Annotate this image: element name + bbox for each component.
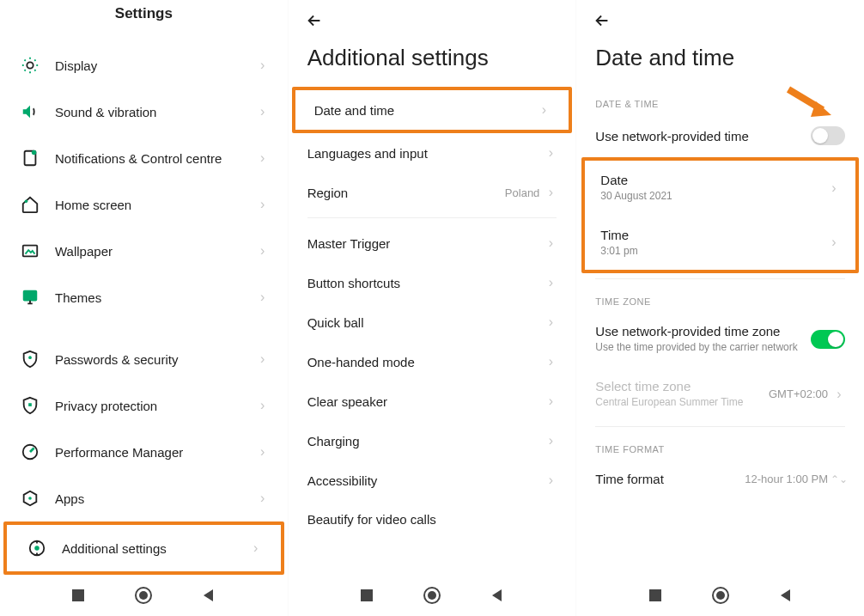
back-button[interactable] [304,10,325,31]
chevron-right-icon: › [828,180,840,196]
notification-icon [19,147,41,169]
row-themes[interactable]: Themes › [0,274,288,320]
row-passwords[interactable]: Passwords & security › [0,336,288,382]
row-apps[interactable]: Apps › [0,475,288,521]
chevron-right-icon: › [257,290,269,305]
section-timezone: TIME ZONE [576,284,864,312]
privacy-icon [19,394,41,417]
row-one-handed[interactable]: One-handed mode › [289,342,576,381]
settings-icon [26,537,48,559]
row-time[interactable]: Time 3:01 pm › [585,216,855,271]
android-navbar [0,575,288,616]
chevron-right-icon: › [833,387,845,402]
chevron-right-icon: › [545,433,557,448]
chevron-right-icon: › [545,185,557,200]
chevron-right-icon: › [545,145,557,161]
updown-icon: ⌃⌄ [833,473,845,485]
settings-list: Display › Sound & vibration › Notificati… [0,34,288,575]
display-icon [19,54,41,76]
chevron-right-icon: › [257,104,269,119]
row-time-format[interactable]: Time format 12-hour 1:00 PM ⌃⌄ [576,460,864,498]
chevron-right-icon: › [257,150,269,166]
row-display[interactable]: Display › [0,42,288,88]
nav-recent-button[interactable] [642,582,668,608]
divider [307,217,557,218]
additional-list: Date and time › Languages and input › Re… [289,87,576,575]
toggle-network-time[interactable] [811,126,845,145]
sound-icon [19,101,41,123]
row-clear-speaker[interactable]: Clear speaker › [289,381,576,421]
nav-recent-button[interactable] [354,582,380,608]
svg-point-11 [34,546,40,551]
row-wallpaper[interactable]: Wallpaper › [0,228,288,274]
row-charging[interactable]: Charging › [289,421,576,460]
screen-date-time: Date and time DATE & TIME Use network-pr… [575,0,864,616]
chevron-right-icon: › [538,102,550,118]
svg-rect-12 [72,589,84,601]
chevron-right-icon: › [545,393,557,409]
back-button[interactable] [592,10,612,31]
chevron-right-icon: › [828,235,840,250]
svg-point-2 [32,150,37,156]
row-home-screen[interactable]: Home screen › [0,181,288,228]
row-performance[interactable]: Performance Manager › [0,429,288,475]
nav-home-button[interactable] [131,582,156,608]
svg-point-6 [28,356,32,359]
toggle-network-tz[interactable] [811,330,845,349]
chevron-right-icon: › [545,354,557,369]
screen-additional-settings: Additional settings Date and time › Lang… [288,0,576,616]
chevron-right-icon: › [257,243,269,259]
row-quick-ball[interactable]: Quick ball › [289,302,576,342]
svg-point-17 [428,591,436,600]
row-privacy[interactable]: Privacy protection › [0,382,288,429]
section-datetime: DATE & TIME [576,87,864,114]
nav-recent-button[interactable] [65,582,91,608]
row-accessibility[interactable]: Accessibility › [289,460,576,500]
row-beautify[interactable]: Beautify for video calls [289,500,576,539]
nav-home-button[interactable] [708,582,733,608]
row-region[interactable]: Region Poland › [289,173,576,212]
nav-home-button[interactable] [419,582,445,608]
apps-icon [19,487,41,509]
chevron-right-icon: › [545,235,557,251]
svg-point-9 [28,497,32,500]
nav-back-button[interactable] [773,582,799,608]
chevron-right-icon: › [257,351,269,367]
svg-point-14 [139,591,148,600]
highlight-date-time-group: Date 30 August 2021 › Time 3:01 pm › [581,157,859,273]
row-notifications[interactable]: Notifications & Control centre › [0,135,288,181]
home-icon [19,193,41,216]
row-use-network-time[interactable]: Use network-provided time [576,114,864,157]
row-date[interactable]: Date 30 August 2021 › [585,161,855,216]
divider [595,426,845,427]
chevron-right-icon: › [257,197,269,212]
shield-icon [19,348,41,370]
svg-point-0 [27,62,33,68]
chevron-right-icon: › [257,444,269,460]
divider [595,278,845,279]
row-sound[interactable]: Sound & vibration › [0,88,288,135]
svg-point-3 [25,200,28,204]
android-navbar [576,575,864,616]
datetime-list: DATE & TIME Use network-provided time Da… [576,87,864,575]
row-button-shortcuts[interactable]: Button shortcuts › [289,263,576,302]
row-select-tz: Select time zone Central European Summer… [576,367,864,422]
chevron-right-icon: › [257,58,269,73]
row-additional-settings[interactable]: Additional settings › [3,521,284,575]
page-title: Additional settings [289,38,576,87]
nav-back-button[interactable] [484,582,510,608]
section-format: TIME FORMAT [576,432,864,460]
row-use-network-tz[interactable]: Use network-provided time zone Use the t… [576,312,864,367]
svg-rect-18 [649,589,661,601]
svg-rect-15 [361,589,373,601]
chevron-right-icon: › [545,473,557,488]
chevron-right-icon: › [545,275,557,290]
chevron-right-icon: › [250,540,262,556]
themes-icon [19,286,41,308]
row-date-time[interactable]: Date and time › [292,87,573,133]
row-languages[interactable]: Languages and input › [289,133,576,173]
nav-back-button[interactable] [196,582,222,608]
row-master-trigger[interactable]: Master Trigger › [289,223,576,263]
header: Settings [0,0,288,34]
chevron-right-icon: › [257,491,269,506]
